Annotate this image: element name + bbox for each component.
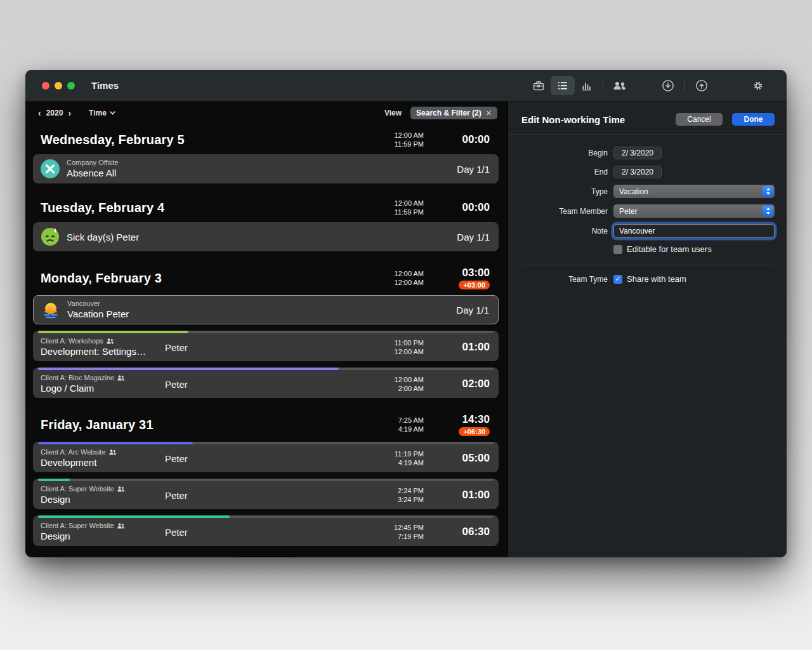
editable-checkbox[interactable] [613, 245, 622, 254]
begin-date-field[interactable]: 2/ 3/2020 [613, 147, 662, 159]
progress-fill [38, 442, 193, 444]
prev-year-button[interactable]: ‹ [37, 108, 43, 118]
overtime-badge: +06:30 [459, 427, 490, 436]
edit-non-working-time-panel: Edit Non-working Time Cancel Done Begin … [508, 102, 787, 557]
day-start-time: 12:00 AM [369, 269, 424, 278]
absence-entry-card[interactable]: Company Offsite Absence All Day 1/1 [33, 154, 499, 183]
view-mode-dropdown[interactable]: Time [89, 109, 115, 117]
zoom-window-button[interactable] [67, 82, 75, 90]
team-entry-icon [117, 375, 124, 381]
entry-person: Peter [165, 342, 188, 353]
end-label: End [521, 168, 608, 176]
day-start-time: 12:00 AM [369, 199, 424, 208]
day-header: Friday, January 31 7:25 AM 4:19 AM 14:30… [25, 407, 508, 442]
done-button[interactable]: Done [732, 113, 775, 126]
progress-track [38, 442, 494, 444]
entry-note: Company Offsite [67, 159, 119, 167]
view-label[interactable]: View [384, 109, 402, 117]
day-start-time: 7:25 AM [369, 416, 424, 425]
team-entry-icon [107, 338, 114, 344]
time-entry-card[interactable]: Client A: Bloc Magazine Logo / Claim Pet… [33, 368, 499, 398]
next-year-button[interactable]: › [67, 108, 72, 118]
entry-end-time: 12:00 AM [369, 347, 424, 356]
day-total: 00:00 [462, 133, 490, 146]
note-label: Note [521, 227, 608, 235]
toolbar-separator [603, 81, 603, 91]
day-end-time: 11:59 PM [369, 140, 424, 149]
type-label: Type [521, 187, 608, 196]
day-section: Tuesday, February 4 12:00 AM 11:59 PM 00… [25, 192, 508, 251]
day-start-time: 12:00 AM [369, 131, 424, 140]
share-checkbox-label: Share with team [627, 274, 686, 284]
search-filter-pill[interactable]: Search & Filter (2) ✕ [410, 107, 497, 119]
entry-start-time: 11:00 PM [369, 338, 424, 347]
entry-note: Vancouver [67, 300, 129, 308]
absence-entry-card[interactable]: Sick day(s) Peter Day 1/1 [33, 222, 499, 251]
editable-checkbox-label: Editable for team users [627, 244, 712, 254]
time-entry-list: ‹ 2020 › Time View Search & Filter (2) ✕… [25, 102, 508, 557]
time-entry-card[interactable]: Client A: Workshops Development: Setting… [33, 331, 499, 361]
entry-start-time: 12:00 AM [369, 375, 424, 384]
cancel-button[interactable]: Cancel [676, 113, 723, 126]
bar-chart-icon[interactable] [575, 76, 599, 95]
progress-fill [38, 479, 70, 481]
year-navigator: ‹ 2020 › [37, 108, 72, 118]
app-window: Times [25, 70, 787, 557]
minimize-window-button[interactable] [55, 82, 62, 90]
close-window-button[interactable] [42, 82, 49, 90]
entry-title: Absence All [67, 167, 119, 179]
day-total: 03:00 [462, 267, 490, 279]
people-icon[interactable] [607, 76, 632, 95]
entry-duration: 02:00 [462, 378, 490, 390]
entry-start-time: 12:45 PM [369, 523, 424, 532]
day-section: Wednesday, February 5 12:00 AM 11:59 PM … [25, 124, 508, 183]
team-member-selected-value: Peter [619, 207, 638, 216]
entry-project: Client A: Arc Website [41, 448, 106, 456]
progress-fill [38, 368, 339, 370]
chevron-down-icon [110, 111, 115, 115]
entry-person: Peter [165, 527, 188, 538]
export-icon[interactable] [689, 76, 714, 96]
day-title: Friday, January 31 [41, 418, 369, 432]
team-entry-icon [117, 486, 124, 492]
end-date-field[interactable]: 2/ 3/2020 [613, 166, 662, 178]
team-entry-icon [117, 523, 124, 529]
import-icon[interactable] [655, 76, 681, 96]
close-icon[interactable]: ✕ [486, 109, 492, 117]
day-header: Monday, February 3 12:00 AM 12:00 AM 03:… [25, 260, 508, 295]
progress-fill [38, 331, 188, 333]
time-entry-card[interactable]: Client A: Super Website Design Peter 2:2… [33, 479, 499, 509]
entry-task: Design [41, 530, 165, 542]
day-header: Tuesday, February 4 12:00 AM 11:59 PM 00… [25, 192, 508, 222]
entry-project: Client A: Workshops [41, 337, 103, 345]
entry-duration: 01:00 [462, 341, 490, 354]
briefcase-icon[interactable] [527, 76, 551, 95]
absence-entry-card-selected[interactable]: Vancouver Vacation Peter Day 1/1 [33, 295, 499, 324]
toolbar-separator [684, 81, 685, 91]
entry-start-time: 11:19 PM [369, 449, 424, 458]
day-header: Wednesday, February 5 12:00 AM 11:59 PM … [25, 124, 508, 154]
day-total: 14:30 [462, 413, 490, 426]
time-entry-card[interactable]: Client A: Super Website Design Peter 12:… [33, 515, 499, 546]
note-input[interactable] [613, 224, 775, 238]
traffic-lights [42, 82, 75, 90]
entry-duration: 05:00 [462, 452, 490, 465]
type-select[interactable]: Vacation [613, 185, 775, 198]
day-title: Tuesday, February 4 [41, 201, 369, 215]
time-entry-card[interactable]: Client A: Arc Website Development Peter … [33, 442, 499, 472]
entry-end-time: 2:00 AM [369, 384, 424, 393]
progress-track [38, 331, 494, 333]
gear-icon[interactable] [746, 76, 770, 95]
team-member-select[interactable]: Peter [613, 204, 775, 218]
entry-task: Development: Settings… [41, 345, 165, 357]
type-selected-value: Vacation [619, 187, 648, 196]
panel-title: Edit Non-working Time [521, 114, 676, 125]
day-end-time: 12:00 AM [369, 278, 424, 287]
team-member-label: Team Member [521, 207, 608, 216]
day-total: 00:00 [462, 201, 490, 214]
share-checkbox[interactable]: ✓ [613, 275, 622, 284]
day-section: Monday, February 3 12:00 AM 12:00 AM 03:… [25, 260, 508, 398]
list-view-icon[interactable] [551, 76, 575, 95]
entry-person: Peter [165, 379, 188, 390]
team-tyme-label: Team Tyme [521, 275, 608, 284]
